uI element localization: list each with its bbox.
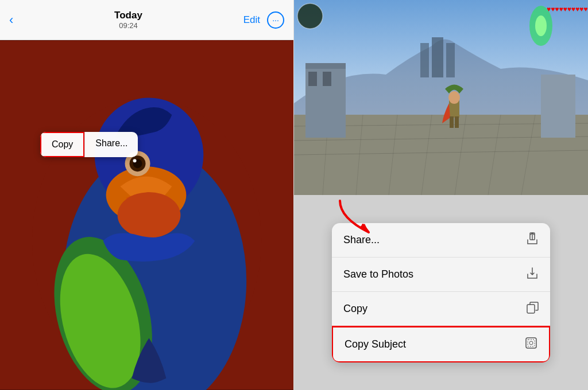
edit-button[interactable]: Edit	[243, 14, 260, 26]
dots-icon: ···	[272, 15, 279, 25]
right-context-menu: Share... Save to Photos	[332, 223, 550, 362]
svg-rect-33	[541, 75, 575, 138]
svg-rect-14	[432, 37, 443, 77]
header-center: Today 09:24	[114, 10, 142, 30]
svg-point-35	[448, 91, 460, 104]
share-button-left[interactable]: Share...	[85, 132, 138, 157]
photo-area: Copy Share...	[0, 40, 293, 390]
save-photos-menu-item[interactable]: Save to Photos	[332, 258, 550, 292]
svg-rect-44	[528, 340, 535, 346]
game-screenshot: ♥♥♥♥♥♥♥♥♥♥	[294, 0, 588, 195]
svg-point-45	[529, 341, 533, 345]
back-button[interactable]: ‹	[9, 13, 13, 28]
save-photos-label: Save to Photos	[343, 268, 413, 280]
svg-rect-37	[455, 116, 459, 128]
copy-subject-icon	[525, 337, 537, 352]
bottom-context-area: Share... Save to Photos	[294, 195, 588, 390]
copy-button-left[interactable]: Copy	[40, 132, 85, 157]
svg-point-11	[118, 192, 181, 238]
copy-subject-menu-item[interactable]: Copy Subject	[332, 326, 550, 362]
top-bar: ‹ Today 09:24 Edit ···	[0, 0, 293, 40]
svg-point-17	[535, 15, 547, 36]
svg-rect-13	[420, 43, 429, 77]
svg-rect-32	[323, 72, 331, 86]
copy-label: Copy	[343, 303, 368, 315]
svg-rect-30	[305, 63, 346, 69]
share-icon	[526, 232, 539, 248]
left-panel: ‹ Today 09:24 Edit ···	[0, 0, 294, 390]
left-context-menu: Copy Share...	[40, 132, 138, 157]
header-time: 09:24	[119, 21, 138, 30]
svg-text:♥♥♥♥♥♥♥♥♥♥: ♥♥♥♥♥♥♥♥♥♥	[547, 5, 587, 13]
copy-menu-item[interactable]: Copy	[332, 292, 550, 326]
save-icon	[526, 267, 539, 282]
right-panel: ♥♥♥♥♥♥♥♥♥♥ Share...	[294, 0, 588, 390]
red-arrow	[328, 195, 397, 241]
svg-point-10	[133, 159, 137, 162]
svg-rect-31	[308, 72, 317, 86]
game-scene: ♥♥♥♥♥♥♥♥♥♥	[294, 0, 588, 195]
parrot-image	[0, 40, 293, 390]
header-right: Edit ···	[243, 11, 284, 29]
copy-icon	[526, 301, 539, 317]
svg-rect-42	[527, 305, 535, 313]
svg-rect-36	[450, 116, 454, 128]
copy-subject-label: Copy Subject	[345, 338, 406, 350]
more-button[interactable]: ···	[267, 11, 284, 29]
context-bubble: Copy Share...	[40, 132, 138, 157]
svg-point-38	[297, 3, 323, 29]
header-title: Today	[114, 10, 142, 21]
svg-rect-15	[446, 43, 455, 77]
